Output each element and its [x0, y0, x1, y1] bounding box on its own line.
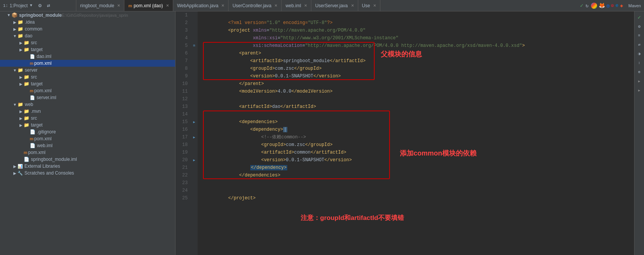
line-num-14: 14 [177, 111, 188, 118]
tab-pomxml[interactable]: m pom.xml (dao) ✕ [124, 0, 173, 11]
tree-dao-target-label: target [31, 47, 43, 52]
chrome-icon[interactable] [591, 3, 597, 9]
line-num-8: 8 [177, 65, 188, 72]
tree-dao-target-icon: 📁 [24, 47, 29, 52]
code-line-24: </project> [201, 187, 631, 194]
tab-ringboot-close[interactable]: ✕ [117, 3, 120, 8]
tree-web-label: web [25, 102, 33, 107]
tree-dao[interactable]: ▼ 📁 dao [0, 32, 175, 39]
tree-idea[interactable]: ▶ 📁 .idea [0, 19, 175, 26]
gutter-22 [191, 172, 198, 179]
firefox-icon[interactable]: 🦊 [599, 2, 605, 9]
tab-usercontroller-close[interactable]: ✕ [274, 3, 277, 8]
tree-server-target-label: target [31, 81, 43, 87]
tree-server-src[interactable]: ▶ 📁 src [0, 74, 175, 80]
tree-ext-libs-icon: 📊 [18, 164, 23, 169]
gutter-24 [191, 187, 198, 194]
right-sidebar: ✓ ⚙ ≡ ⇄ ◑ ↕ ⊕ ▶ ▶ [634, 11, 644, 255]
tree-server-target-icon: 📁 [24, 81, 29, 87]
tab-userserver-close[interactable]: ✕ [351, 3, 354, 8]
tree-mvn-label: .mvn [31, 109, 41, 114]
tree-server-target[interactable]: ▶ 📁 target [0, 80, 175, 87]
tree-web-src[interactable]: ▶ 📁 src [0, 115, 175, 122]
tab-webapplication-label: WebApplication.java [177, 3, 219, 8]
edge-icon[interactable]: e [615, 3, 618, 8]
tree-web-pom[interactable]: ▶ m pom.xml [0, 135, 175, 142]
gutter-12 [191, 95, 198, 103]
tree-server-iml[interactable]: ▶ 📄 server.iml [0, 94, 175, 101]
tree-web-iml[interactable]: ▶ 📄 web.iml [0, 142, 175, 149]
code-line-25 [201, 194, 631, 202]
project-sidebar: ▼ 📦 springboot_module E:\Git\GitReposito… [0, 11, 175, 255]
gutter-6 [191, 50, 198, 57]
code-content[interactable]: 父模块的信息 添加common模块的依赖 注意：groupId和artifact… [198, 11, 634, 255]
tree-scratches[interactable]: ▶ 🔧 Scratches and Consoles [0, 170, 175, 176]
annotation-label-warning: 注意：groupId和artifactId不要填错 [301, 213, 404, 222]
tree-web-src-icon: 📁 [24, 115, 29, 121]
project-label[interactable]: 1:Project [10, 3, 27, 8]
safari-icon[interactable]: ◎ [607, 3, 610, 9]
rs-icon-9[interactable]: ▶ [635, 86, 644, 95]
tab-userserver-label: UserServer.java [315, 3, 348, 8]
tree-server-pom[interactable]: ▶ m pom.xml [0, 87, 175, 94]
brave-icon[interactable]: ◈ [620, 3, 623, 9]
tree-common-arrow: ▶ [12, 27, 18, 31]
tab-use[interactable]: Use ✕ [358, 0, 380, 11]
tree-common[interactable]: ▶ 📁 common [0, 26, 175, 32]
gutter-8 [191, 65, 198, 72]
maven-label[interactable]: Maven [628, 3, 641, 8]
tab-use-close[interactable]: ✕ [373, 3, 376, 8]
rs-icon-4[interactable]: ⇄ [635, 40, 644, 49]
opera-icon[interactable]: ⊙ [611, 3, 614, 9]
tree-root-pom-micon: m [24, 150, 27, 155]
tab-ringboot[interactable]: ringboot_module ✕ [76, 0, 124, 11]
rs-icon-3[interactable]: ≡ [635, 31, 644, 40]
editor-gutter: m ▶ ▶ ▶ [191, 11, 198, 255]
tree-gitignore[interactable]: ▶ 📄 .gitignore [0, 128, 175, 135]
tab-usercontroller[interactable]: UserController.java ✕ [229, 0, 282, 11]
tree-ext-libs[interactable]: ▶ 📊 External Libraries [0, 163, 175, 170]
tree-common-label: common [25, 26, 42, 32]
rs-icon-6[interactable]: ↕ [635, 59, 644, 67]
tab-userserver[interactable]: UserServer.java ✕ [311, 0, 358, 11]
rs-icon-8[interactable]: ▶ [635, 77, 644, 85]
tab-pomxml-label: pom.xml (dao) [134, 3, 163, 8]
tree-dao-target[interactable]: ▶ 📁 target [0, 46, 175, 53]
code-line-12: <artifactId>dao</artifactId> [201, 95, 631, 103]
tree-root[interactable]: ▼ 📦 springboot_module E:\Git\GitReposito… [0, 11, 175, 19]
tree-mvn[interactable]: ▶ 📁 .mvn [0, 108, 175, 115]
tree-server[interactable]: ▼ 📁 server [0, 67, 175, 74]
refresh-icon[interactable]: ↻ [586, 3, 589, 9]
tree-dao-pom[interactable]: ▶ m pom.xml [0, 60, 175, 67]
tree-root-iml[interactable]: ▶ 📄 springboot_module.iml [0, 156, 175, 163]
settings-icon[interactable]: ⚙ [37, 2, 43, 10]
line-numbers: 1 2 3 4 5 6 7 8 9 10 11 12 13 14 15 16 1… [175, 11, 191, 255]
rs-icon-2[interactable]: ⚙ [635, 22, 644, 30]
rs-icon-1[interactable]: ✓ [635, 13, 644, 21]
tree-web-src-arrow: ▶ [18, 116, 24, 120]
tab-webapplication[interactable]: WebApplication.java ✕ [173, 0, 229, 11]
gutter-18 [191, 141, 198, 149]
tab-webapplication-close[interactable]: ✕ [221, 3, 224, 8]
sync-icon[interactable]: ⇄ [45, 2, 52, 10]
tree-web-target-icon: 📁 [24, 122, 29, 128]
tree-dao-iml[interactable]: ▶ 📄 dao.iml [0, 53, 175, 60]
project-dropdown-icon[interactable]: ▼ [30, 3, 32, 8]
tree-web-target[interactable]: ▶ 📁 target [0, 122, 175, 128]
gutter-10 [191, 80, 198, 88]
tab-webiml[interactable]: web.iml ✕ [282, 0, 311, 11]
gutter-11 [191, 88, 198, 95]
tree-web[interactable]: ▼ 📁 web [0, 101, 175, 108]
tree-dao-src[interactable]: ▶ 📁 src [0, 39, 175, 46]
tree-web-arrow: ▼ [12, 103, 18, 107]
tree-ext-libs-arrow: ▶ [12, 164, 18, 168]
tree-dao-iml-label: dao.iml [37, 54, 52, 59]
tab-webiml-close[interactable]: ✕ [304, 3, 307, 8]
rs-icon-5[interactable]: ◑ [635, 50, 644, 58]
tab-pomxml-close[interactable]: ✕ [166, 3, 169, 8]
code-line-23 [201, 179, 631, 187]
rs-icon-7[interactable]: ⊕ [635, 68, 644, 76]
line-num-24: 24 [177, 187, 188, 194]
tree-web-pom-micon: m [30, 136, 34, 141]
tree-root-pom[interactable]: ▶ m pom.xml [0, 149, 175, 156]
